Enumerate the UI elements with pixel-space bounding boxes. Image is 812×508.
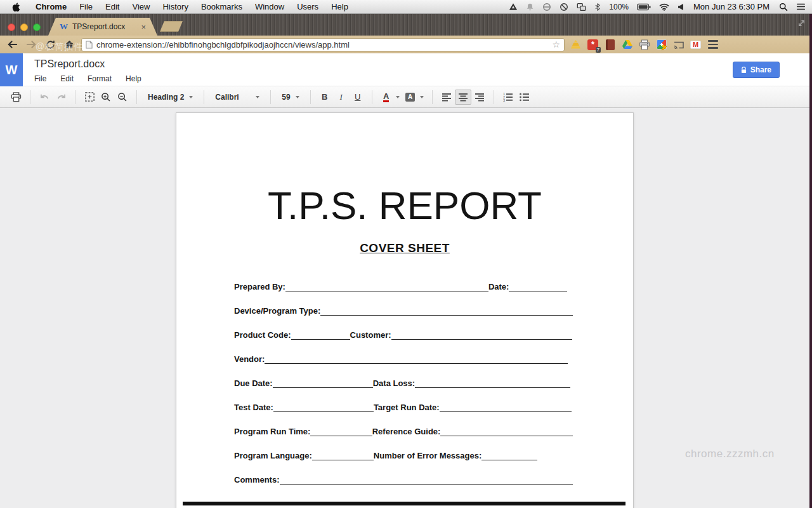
field-label: Prepared By: [234,282,285,291]
doc-subheading: COVER SHEET [176,241,633,255]
chevron-down-icon [256,96,259,98]
align-center-button[interactable] [455,90,471,105]
italic-button[interactable]: I [333,90,350,105]
notification-center-icon[interactable] [796,3,806,11]
tab-title: TPSreport.docx [72,22,136,31]
window-close-button[interactable] [8,23,15,31]
menu-users[interactable]: Users [291,2,325,11]
mirroring-icon[interactable] [577,3,586,11]
underline-button[interactable]: U [350,90,366,105]
document-title[interactable]: TPSreport.docx [34,58,105,70]
form-row: Test Date:Target Run Date: [234,403,573,412]
pyramid-extension-icon[interactable] [570,39,582,51]
macos-menu-bar: Chrome FileEditViewHistoryBookmarksWindo… [0,0,812,14]
blank-line [481,451,537,460]
notifications-bell-icon[interactable] [526,3,534,11]
window-controls [8,23,41,31]
presentation-mode-icon[interactable] [797,19,806,27]
paragraph-style-dropdown[interactable]: Heading 2 [143,90,198,105]
volume-icon[interactable] [678,3,684,11]
menu-history[interactable]: History [156,2,194,11]
bookmark-star-icon[interactable]: ☆ [552,39,560,50]
menu-help[interactable]: Help [325,2,355,11]
reload-button[interactable] [43,40,57,50]
blank-line [285,283,488,291]
form-rows: Prepared By:Date:Device/Program Type:Pro… [234,282,573,485]
back-button[interactable] [5,40,19,49]
redo-button[interactable] [53,90,69,105]
field-label: Data Loss: [373,378,415,388]
menu-view[interactable]: View [126,2,156,11]
zoom-in-button[interactable] [98,90,114,105]
zoom-out-button[interactable] [114,90,131,105]
wifi-icon[interactable] [659,3,669,11]
app-menu-edit[interactable]: Edit [60,74,74,83]
font-family-dropdown[interactable]: Calibri [210,90,265,105]
share-button[interactable]: Share [733,62,780,78]
cast-extension-icon[interactable] [672,39,684,51]
menu-window[interactable]: Window [249,2,291,11]
fit-page-button[interactable] [81,90,98,105]
app-menu-file[interactable]: File [34,74,46,83]
form-row: Device/Program Type: [234,306,573,316]
bullet-list-button[interactable] [516,90,533,105]
app-menu-help[interactable]: Help [126,74,141,83]
chrome-menu-button[interactable] [707,39,719,51]
window-minimize-button[interactable] [20,23,28,31]
chevron-down-icon[interactable] [396,96,400,98]
form-row: Program Run Time:Reference Guide: [234,427,573,436]
text-color-letter: A [383,92,389,102]
menu-edit[interactable]: Edit [99,2,126,11]
drive-extension-icon[interactable] [621,39,633,51]
text-color-button[interactable]: A [378,90,395,105]
app-menu-format[interactable]: Format [88,74,112,83]
gmail-extension-icon[interactable]: M [690,39,702,51]
asterisk-extension-icon[interactable]: * 7 [587,39,599,51]
lock-icon [741,67,747,74]
align-right-button[interactable] [471,90,488,105]
format-toolbar: Heading 2 Calibri 59 B I U A A 123 [0,86,812,108]
menu-bookmarks[interactable]: Bookmarks [195,2,249,11]
form-row: Vendor: [234,354,573,364]
blank-line [509,283,567,291]
address-bar-input[interactable]: chrome-extension://ehibbfinohgbchlgdbfpi… [81,38,565,51]
apple-icon[interactable] [11,2,20,12]
highlight-color-button[interactable]: A [402,90,419,105]
new-tab-button[interactable] [160,21,183,32]
field-label: Target Run Date: [374,403,440,412]
forward-button[interactable] [24,40,38,49]
bluetooth-icon[interactable] [594,3,601,11]
drive-status-icon[interactable] [509,3,518,11]
font-size-dropdown[interactable]: 59 [277,90,304,105]
menu-items: FileEditViewHistoryBookmarksWindowUsersH… [73,2,355,11]
print-button[interactable] [8,90,24,105]
field-label: Reference Guide: [372,427,441,436]
book-extension-icon[interactable] [604,39,616,51]
field-label: Number of Error Messages: [374,451,482,460]
align-left-button[interactable] [438,90,455,105]
browser-tab-active[interactable]: W TPSreport.docx × [48,18,157,36]
field-label: Device/Program Type: [234,306,320,316]
chevron-down-icon[interactable] [420,96,424,98]
menu-file[interactable]: File [73,2,99,11]
blank-line [391,331,572,340]
printer-extension-icon[interactable] [638,39,650,51]
editor-extension-icon[interactable] [655,39,667,51]
home-button[interactable] [62,40,76,49]
svg-text:3: 3 [503,98,505,101]
blank-line [320,307,573,316]
menu-bar-clock[interactable]: Mon Jun 23 6:30 PM [693,2,769,11]
spotlight-search-icon[interactable] [779,3,788,11]
numbered-list-button[interactable]: 123 [500,90,516,105]
do-not-disturb-icon[interactable] [560,3,568,11]
menu-chrome[interactable]: Chrome [29,2,73,11]
status-circle-icon[interactable] [542,3,551,11]
document-page[interactable]: T.P.S. REPORT COVER SHEET Prepared By:Da… [176,112,634,508]
window-zoom-button[interactable] [33,23,41,31]
tab-close-icon[interactable]: × [141,22,146,32]
undo-button[interactable] [36,90,53,105]
field-label: Program Run Time: [234,427,310,436]
bold-button[interactable]: B [317,90,333,105]
word-logo: W [0,53,23,86]
battery-icon[interactable] [637,3,651,11]
